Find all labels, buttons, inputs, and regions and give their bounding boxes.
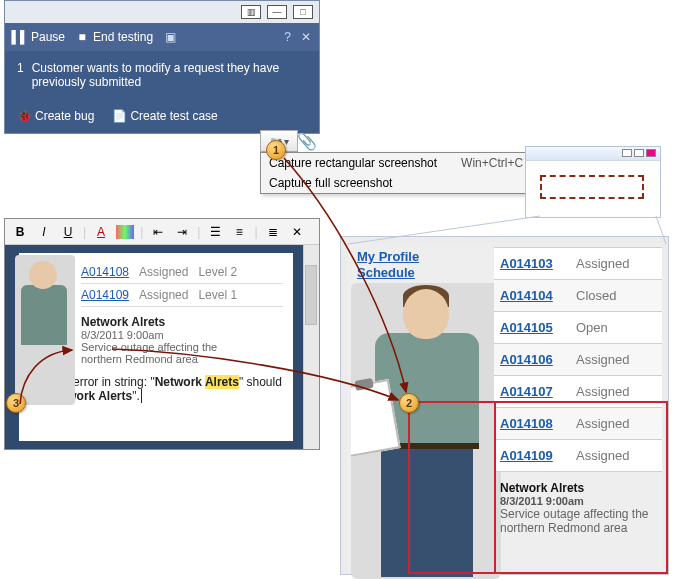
maximize-icon[interactable]: □ <box>293 5 313 19</box>
ticket-status: Assigned <box>576 416 629 431</box>
ticket-link[interactable]: A014107 <box>494 384 576 399</box>
scrollbar[interactable] <box>303 245 319 449</box>
capture-menu: Capture rectangular screenshotWin+Ctrl+C… <box>260 152 534 194</box>
alert-msg: Service outage affecting the northern Re… <box>81 341 221 365</box>
editor-panel: B I U | A ■ | ⇤ ⇥ | ☰ ≡ | ≣ ✕ A014108 As… <box>4 218 320 450</box>
table-row[interactable]: A014107Assigned <box>494 376 662 408</box>
alert-date: 8/3/2011 9:00am <box>500 495 656 507</box>
pause-icon: ▌▌ <box>13 30 27 44</box>
step-number: 1 <box>17 61 24 89</box>
close-icon[interactable]: ✕ <box>301 30 311 44</box>
underline-button[interactable]: U <box>59 225 77 239</box>
ticket-status: Open <box>576 320 608 335</box>
ticket-table: A014103Assigned A014104Closed A014105Ope… <box>494 247 662 472</box>
clear-button[interactable]: ✕ <box>288 225 306 239</box>
align-button[interactable]: ≣ <box>264 225 282 239</box>
ticket-link[interactable]: A014103 <box>494 256 576 271</box>
runner-actions: 🐞Create bug 📄Create test case <box>5 103 319 133</box>
my-profile-link[interactable]: My Profile <box>357 249 419 265</box>
test-runner: ▥ — □ ▌▌Pause ■End testing ▣ ? ✕ 1 Custo… <box>4 0 320 134</box>
table-row[interactable]: A014103Assigned <box>494 248 662 280</box>
callout-1: 1 <box>266 140 286 160</box>
create-bug-button[interactable]: 🐞Create bug <box>17 109 94 123</box>
ticket-link[interactable]: A014104 <box>494 288 576 303</box>
ticket-link[interactable]: A014106 <box>494 352 576 367</box>
alert-detail: Network Alrets 8/3/2011 9:00am Service o… <box>500 481 656 535</box>
indent-button[interactable]: ⇥ <box>173 225 191 239</box>
capture-rect-item[interactable]: Capture rectangular screenshotWin+Ctrl+C <box>261 153 533 173</box>
ticket-level: Level 2 <box>198 265 237 279</box>
table-row[interactable]: A014104Closed <box>494 280 662 312</box>
bullets-button[interactable]: ☰ <box>206 225 224 239</box>
create-test-button[interactable]: 📄Create test case <box>112 109 217 123</box>
ticket-status: Assigned <box>576 352 629 367</box>
browser-thumbnail <box>525 146 661 218</box>
callout-3: 3 <box>6 393 26 413</box>
minimize-icon[interactable]: — <box>267 5 287 19</box>
testcase-icon: 📄 <box>112 109 126 123</box>
table-row[interactable]: A014105Open <box>494 312 662 344</box>
ticket-link[interactable]: A014108 <box>494 416 576 431</box>
editor-body: A014108 Assigned Level 2 A014109 Assigne… <box>5 245 319 449</box>
text-cursor <box>141 389 145 403</box>
nav-links: My Profile Schedule <box>357 249 419 281</box>
table-row[interactable]: A014108Assigned <box>494 408 662 440</box>
windows-icon[interactable]: ▣ <box>163 30 177 44</box>
table-row[interactable]: A014106Assigned <box>494 344 662 376</box>
titlebar: ▥ — □ <box>5 1 319 23</box>
callout-2: 2 <box>399 393 419 413</box>
pause-button[interactable]: ▌▌Pause <box>13 30 65 44</box>
alert-title: Network Alrets <box>81 315 283 329</box>
person-image <box>15 255 75 405</box>
alert-title: Network Alrets <box>500 481 656 495</box>
alert-date: 8/3/2011 9:00am <box>81 329 283 341</box>
ticket-level: Level 1 <box>198 288 237 302</box>
table-row: A014108 Assigned Level 2 <box>81 261 283 284</box>
outdent-button[interactable]: ⇤ <box>149 225 167 239</box>
numbering-button[interactable]: ≡ <box>230 225 248 239</box>
ticket-status: Assigned <box>576 448 629 463</box>
highlight-button[interactable]: ■ <box>116 225 134 239</box>
end-testing-button[interactable]: ■End testing <box>75 30 153 44</box>
alert-block: Network Alrets 8/3/2011 9:00am Service o… <box>81 315 283 365</box>
editor-document[interactable]: A014108 Assigned Level 2 A014109 Assigne… <box>19 253 293 441</box>
ticket-link[interactable]: A014108 <box>81 265 129 279</box>
bug-icon: 🐞 <box>17 109 31 123</box>
bold-button[interactable]: B <box>11 225 29 239</box>
app-panel: My Profile Schedule A014103Assigned A014… <box>340 236 669 575</box>
editor-toolbar: B I U | A ■ | ⇤ ⇥ | ☰ ≡ | ≣ ✕ <box>5 219 319 245</box>
ticket-status: Assigned <box>576 384 629 399</box>
scroll-thumb[interactable] <box>305 265 317 325</box>
ticket-link[interactable]: A014109 <box>494 448 576 463</box>
ticket-status: Assigned <box>139 265 188 279</box>
help-icon[interactable]: ? <box>284 30 291 44</box>
test-step: 1 Customer wants to modify a request the… <box>5 51 319 103</box>
step-text: Customer wants to modify a request they … <box>32 61 307 89</box>
ticket-link[interactable]: A014105 <box>494 320 576 335</box>
schedule-link[interactable]: Schedule <box>357 265 419 281</box>
table-row: A014109 Assigned Level 1 <box>81 284 283 307</box>
font-color-button[interactable]: A <box>92 225 110 239</box>
paperclip-icon: 📎 <box>297 132 317 151</box>
attach-button[interactable]: 📎 <box>298 130 316 152</box>
technician-image <box>351 283 501 579</box>
selection-rect <box>540 175 644 199</box>
stop-icon: ■ <box>75 30 89 44</box>
ticket-link[interactable]: A014109 <box>81 288 129 302</box>
alert-msg: Service outage affecting the northern Re… <box>500 507 656 535</box>
table-row[interactable]: A014109Assigned <box>494 440 662 472</box>
italic-button[interactable]: I <box>35 225 53 239</box>
capture-full-item[interactable]: Capture full screenshot <box>261 173 533 193</box>
ticket-status: Assigned <box>576 256 629 271</box>
browser-chrome <box>526 147 660 161</box>
ticket-status: Closed <box>576 288 616 303</box>
layout-icon[interactable]: ▥ <box>241 5 261 19</box>
runner-toolbar: ▌▌Pause ■End testing ▣ ? ✕ <box>5 23 319 51</box>
ticket-status: Assigned <box>139 288 188 302</box>
